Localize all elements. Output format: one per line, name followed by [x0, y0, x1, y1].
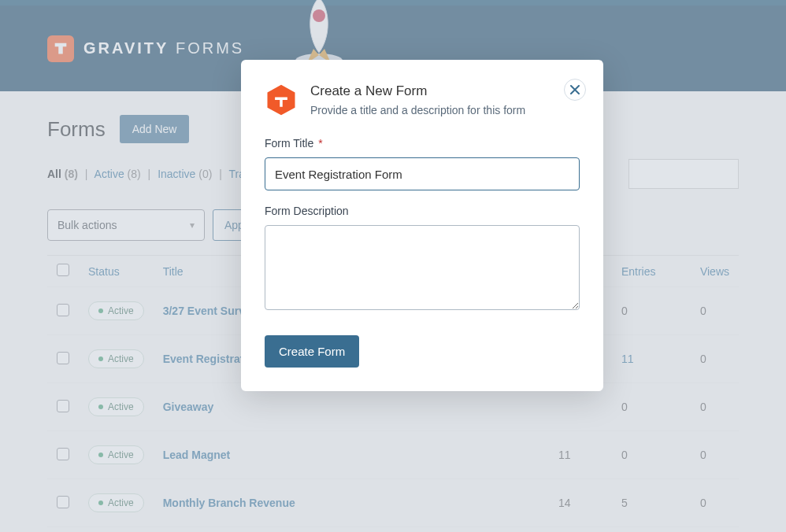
- modal-subtitle: Provide a title and a description for th…: [310, 104, 525, 116]
- modal-title: Create a New Form: [310, 83, 525, 99]
- create-form-button[interactable]: Create Form: [265, 335, 359, 368]
- form-description-field: Form Description: [265, 205, 580, 313]
- modal-header: Create a New Form Provide a title and a …: [265, 83, 580, 116]
- form-title-label: Form Title*: [265, 137, 580, 150]
- form-description-label: Form Description: [265, 205, 580, 217]
- close-button[interactable]: [564, 79, 586, 101]
- form-title-input[interactable]: [265, 157, 580, 190]
- form-description-input[interactable]: [265, 225, 580, 310]
- create-form-modal: Create a New Form Provide a title and a …: [241, 60, 603, 391]
- form-title-field: Form Title*: [265, 137, 580, 190]
- close-icon: [570, 85, 580, 94]
- gravity-icon: [265, 83, 298, 116]
